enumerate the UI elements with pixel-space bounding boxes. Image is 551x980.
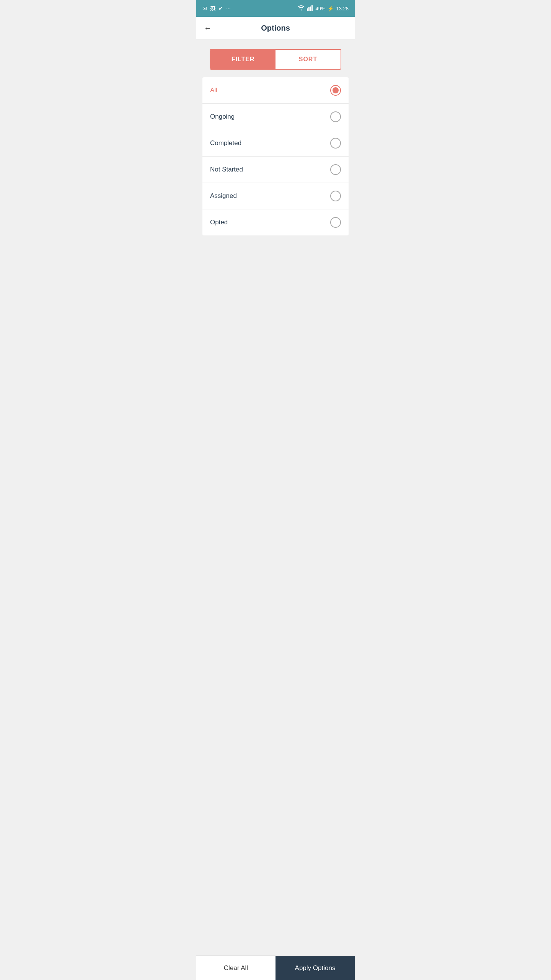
filter-item-opted[interactable]: Opted xyxy=(202,209,349,235)
radio-assigned xyxy=(330,191,341,201)
check-icon: ✔ xyxy=(218,5,223,11)
back-button[interactable]: ← xyxy=(204,24,212,33)
filter-label-all: All xyxy=(210,87,217,94)
signal-icon xyxy=(307,5,313,12)
status-bar-left: ✉ 🖼 ✔ ··· xyxy=(202,5,231,11)
filter-label-completed: Completed xyxy=(210,139,241,147)
battery-icon: ⚡ xyxy=(328,6,334,11)
wifi-icon xyxy=(298,5,305,12)
filter-item-not-started[interactable]: Not Started xyxy=(202,157,349,183)
radio-opted xyxy=(330,217,341,228)
radio-all xyxy=(330,85,341,96)
svg-rect-0 xyxy=(307,8,308,11)
mail-icon: ✉ xyxy=(202,5,207,11)
image-icon: 🖼 xyxy=(210,5,215,11)
filter-item-assigned[interactable]: Assigned xyxy=(202,183,349,209)
filter-item-ongoing[interactable]: Ongoing xyxy=(202,104,349,130)
more-icon: ··· xyxy=(226,5,231,11)
radio-completed xyxy=(330,138,341,149)
status-bar: ✉ 🖼 ✔ ··· 49% ⚡ 13:28 xyxy=(196,0,355,17)
page-title: Options xyxy=(261,24,290,33)
radio-ongoing xyxy=(330,111,341,122)
time-display: 13:28 xyxy=(336,6,349,11)
tab-filter[interactable]: FILTER xyxy=(210,50,276,69)
radio-not-started xyxy=(330,164,341,175)
filter-label-ongoing: Ongoing xyxy=(210,113,235,121)
back-arrow-icon: ← xyxy=(204,24,212,33)
status-bar-right: 49% ⚡ 13:28 xyxy=(298,5,349,12)
radio-inner-all xyxy=(333,87,339,93)
tab-sort[interactable]: SORT xyxy=(276,50,341,69)
filter-label-assigned: Assigned xyxy=(210,192,237,200)
toggle-tabs: FILTER SORT xyxy=(210,49,341,70)
svg-rect-3 xyxy=(311,5,313,11)
svg-rect-2 xyxy=(310,7,311,11)
main-content: FILTER SORT All Ongoing Completed Not St… xyxy=(196,40,355,343)
filter-item-all[interactable]: All xyxy=(202,77,349,104)
top-nav: ← Options xyxy=(196,17,355,40)
filter-list: All Ongoing Completed Not Started Assign… xyxy=(202,77,349,235)
filter-label-opted: Opted xyxy=(210,219,228,226)
filter-label-not-started: Not Started xyxy=(210,166,243,173)
filter-item-completed[interactable]: Completed xyxy=(202,130,349,157)
svg-rect-1 xyxy=(308,7,310,11)
battery-percentage: 49% xyxy=(315,6,325,11)
